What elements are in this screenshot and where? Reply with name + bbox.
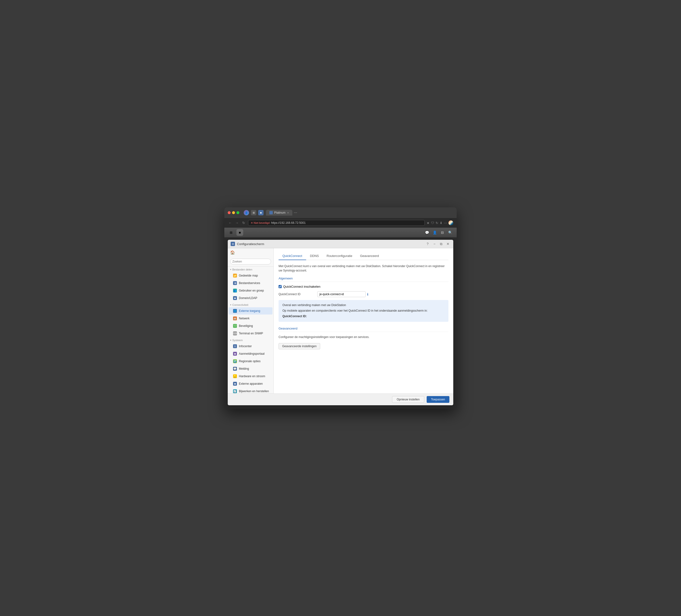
minimize-traffic-light[interactable] (232, 211, 235, 214)
sidebar-item-netwerk[interactable]: 🏠 Netwerk (229, 315, 273, 322)
sidebar-item-beveiliging[interactable]: 🛡 Beveiliging (229, 322, 273, 330)
section-header-bestanden: ▾ Bestanden delen (228, 266, 274, 272)
tab-quickconnect[interactable]: QuickConnect (279, 252, 306, 260)
browser-titlebar: 👤 ⊞ ■ Platinum ✕ ⋯ (224, 207, 457, 218)
browser-avatar: 👤 (244, 210, 249, 215)
geavanceerde-instellingen-button[interactable]: Geavanceerde instellingen (279, 343, 320, 350)
gedeelde-map-icon: 📁 (233, 274, 237, 278)
sidebar-item-label: Hardware en stroom (239, 375, 265, 378)
tab-geavanceerd-label: Geavanceerd (360, 254, 379, 258)
tab-ddns[interactable]: DDNS (306, 252, 323, 260)
sidebar-item-bijwerken-herstellen[interactable]: 🔄 Bijwerken en herstellen (229, 388, 273, 393)
sidebar-item-hardware-stroom[interactable]: 💡 Hardware en stroom (229, 373, 273, 380)
gebruiker-groep-icon: 👥 (233, 289, 237, 292)
sidebar-item-label: Aanmeldingsportaal (239, 352, 264, 355)
dsm-search-icon[interactable]: 🔍 (447, 229, 453, 236)
sidebar: 🏠 ▾ Bestanden delen 📁 Gedeelde map 🖥 Bes… (228, 248, 274, 393)
quickconnect-id-input[interactable] (317, 291, 366, 297)
bestandservices-icon: 🖥 (233, 281, 237, 285)
sidebar-item-label: Gebruiker en groep (239, 289, 264, 292)
browser-tab-area: Platinum ✕ ⋯ (266, 210, 453, 215)
sidebar-item-externe-toegang[interactable]: 🌐 Externe toegang (229, 307, 273, 314)
netwerk-icon: 🏠 (233, 316, 237, 320)
intro-text: Met QuickConnect kunt u van overal een v… (279, 264, 449, 273)
sidebar-item-label: Beveiliging (239, 324, 253, 328)
section-label-bestanden: Bestanden delen (232, 268, 252, 271)
dsm-chat-icon[interactable]: 💬 (424, 229, 430, 236)
info-bold: QuickConnect ID: (282, 314, 445, 319)
tab-geavanceerd[interactable]: Geavanceerd (356, 252, 383, 260)
sidebar-item-label: Melding (239, 367, 249, 370)
dsm-apps-icon[interactable]: ⊞ (228, 229, 234, 236)
browser-dsm-icon: ■ (258, 210, 263, 215)
tab-quickconnect-label: QuickConnect (282, 254, 302, 258)
tab-routerconfiguratie-label: Routerconfiguratie (327, 254, 352, 258)
close-traffic-light[interactable] (228, 211, 231, 214)
sidebar-item-label: Netwerk (239, 317, 250, 320)
tab-routerconfiguratie[interactable]: Routerconfiguratie (323, 252, 356, 260)
sidebar-item-label: Externe apparaten (239, 382, 263, 385)
bijwerken-herstellen-icon: 🔄 (233, 389, 237, 393)
section-header-systeem: ▾ Systeem (228, 337, 274, 342)
section-label-systeem: Systeem (232, 339, 243, 342)
quickconnect-enable-row: QuickConnect inschakelen (279, 285, 449, 288)
quickconnect-checkbox[interactable] (279, 285, 282, 288)
quickconnect-id-label: QuickConnect ID (279, 292, 317, 296)
sidebar-item-aanmeldingsportaal[interactable]: ■ Aanmeldingsportaal (229, 350, 273, 357)
sidebar-item-externe-apparaten[interactable]: ■ Externe apparaten (229, 380, 273, 387)
browser-addressbar: ← → ↻ ✕ Niet beveiligd https://192.168.6… (224, 218, 457, 228)
refresh-icon[interactable]: ↻ (436, 221, 438, 225)
restore-button[interactable]: ⧉ (439, 242, 444, 246)
section-header-connectiviteit: ▾ Connectiviteit (228, 302, 274, 307)
reset-button[interactable]: Opnieuw instellen (392, 396, 424, 403)
sidebar-item-gedeelde-map[interactable]: 📁 Gedeelde map (229, 272, 273, 279)
sidebar-item-regionale-opties[interactable]: 🌍 Regionale opties (229, 358, 273, 365)
sidebar-item-infocenter[interactable]: ℹ Infocenter (229, 342, 273, 350)
refresh-button[interactable]: ↻ (241, 221, 246, 225)
maximize-traffic-light[interactable] (236, 211, 239, 214)
active-browser-tab[interactable]: Platinum ✕ (266, 210, 292, 215)
help-button[interactable]: ? (425, 242, 430, 246)
more-icon[interactable]: ⋯ (444, 221, 447, 225)
close-button[interactable]: ✕ (446, 242, 450, 246)
tab-label: Platinum (274, 211, 285, 214)
sidebar-item-domein-ldap[interactable]: ■ Domein/LDAP (229, 294, 273, 302)
tab-bar: QuickConnect DDNS Routerconfiguratie Gea… (279, 252, 449, 260)
apply-button[interactable]: Toepassen (427, 396, 449, 403)
sidebar-item-gebruiker-groep[interactable]: 👥 Gebruiker en groep (229, 287, 273, 294)
address-bar[interactable]: ✕ Niet beveiligd https://192.168.68.72:5… (248, 220, 425, 226)
download-icon[interactable]: ⬇ (440, 221, 443, 225)
dsm-taskbar-right: 💬 👤 ⊟ 🔍 (424, 229, 453, 236)
sidebar-item-terminal-snmp[interactable]: ⌨ Terminal en SNMP (229, 330, 273, 337)
app-title-controls: ? − ⧉ ✕ (425, 242, 450, 246)
not-secure-label: Niet beveiligd (254, 222, 270, 224)
shield-icon[interactable]: 🛡 (431, 221, 434, 225)
sidebar-item-label: Gedeelde map (239, 274, 258, 277)
minimize-button[interactable]: − (432, 242, 437, 246)
sidebar-item-melding[interactable]: 💬 Melding (229, 365, 273, 373)
not-secure-indicator: ✕ Niet beveiligd (251, 222, 270, 225)
dsm-widgets-icon[interactable]: ⊟ (439, 229, 446, 236)
sidebar-item-bestandservices[interactable]: 🖥 Bestandservices (229, 279, 273, 287)
app-footer: Opnieuw instellen Toepassen (228, 393, 453, 405)
app-title: Configuratiescherm (237, 242, 423, 246)
infocenter-icon: ℹ (233, 344, 237, 348)
search-input[interactable] (230, 259, 271, 264)
info-line1: Overal een verbinding maken met uw DiskS… (282, 303, 445, 308)
bookmark-icon[interactable]: ★ (427, 221, 430, 225)
forward-button[interactable]: → (234, 221, 239, 225)
app-title-icon: ⚙ (231, 242, 235, 246)
quickconnect-info-box: Overal een verbinding maken met uw DiskS… (279, 300, 449, 322)
tab-close-icon[interactable]: ✕ (287, 211, 289, 214)
dsm-user-icon[interactable]: 👤 (431, 229, 438, 236)
new-tab-icon[interactable]: ⋯ (294, 211, 297, 214)
address-right-icons: ★ 🛡 ↻ ⬇ ⋯ (427, 221, 453, 225)
sidebar-search (228, 257, 274, 266)
back-button[interactable]: ← (228, 221, 232, 225)
browser-profile-icon[interactable] (449, 221, 453, 225)
info-icon[interactable]: ℹ (367, 292, 368, 296)
dsm-active-app-icon[interactable]: ■ (236, 229, 243, 236)
sidebar-item-label: Domein/LDAP (239, 297, 257, 300)
aanmeldingsportaal-icon: ■ (233, 352, 237, 356)
sidebar-home-button[interactable]: 🏠 (228, 248, 274, 257)
